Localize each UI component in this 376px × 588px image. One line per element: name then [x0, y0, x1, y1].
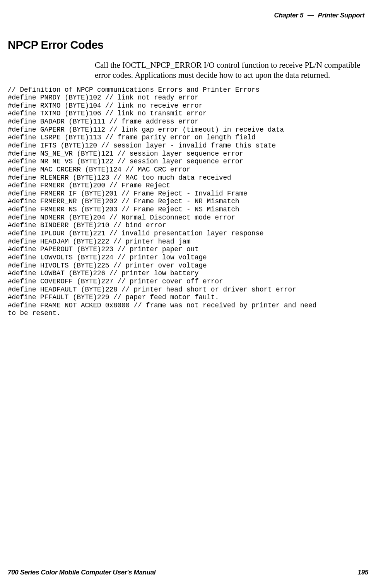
- page-number: 195: [358, 569, 368, 576]
- chapter-title: Printer Support: [318, 12, 364, 19]
- section-body: Call the IOCTL_NPCP_ERROR I/O control fu…: [95, 60, 364, 81]
- chapter-label: Chapter: [274, 12, 298, 19]
- chapter-number: 5: [300, 12, 303, 19]
- page-header: Chapter 5 — Printer Support: [8, 12, 368, 19]
- header-dash: —: [308, 12, 314, 19]
- manual-title: 700 Series Color Mobile Computer User's …: [8, 569, 156, 576]
- page-footer: 700 Series Color Mobile Computer User's …: [8, 569, 368, 576]
- code-block: // Definition of NPCP communications Err…: [8, 86, 368, 318]
- section-title: NPCP Error Codes: [8, 39, 368, 51]
